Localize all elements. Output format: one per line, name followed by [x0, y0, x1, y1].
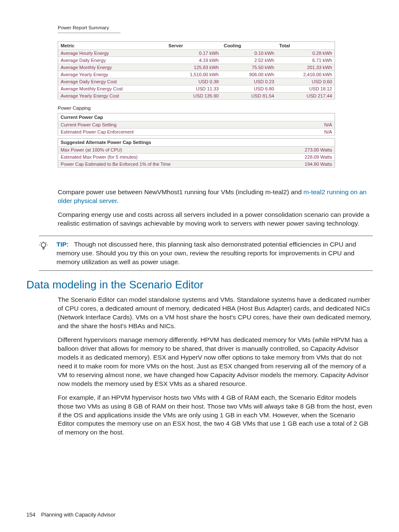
table-row: Estimated Max Power (for 5 minutes)228.0… — [58, 154, 335, 161]
col-cooling: Cooling — [221, 42, 276, 50]
table-row: Average Yearly Energy CostUSD 135.90USD … — [58, 93, 335, 100]
section-heading: Data modeling in the Scenario Editor — [26, 278, 373, 291]
suggested-cap-header: Suggested Alternate Power Cap Settings — [58, 139, 294, 146]
metric-table: Metric Server Cooling Total Average Hour… — [58, 41, 335, 100]
page-number: 154 — [26, 511, 36, 518]
paragraph: Compare power use between NewVMhost1 run… — [58, 188, 373, 206]
power-capping-label: Power Capping — [58, 105, 335, 111]
tip-block: TIP: Though not discussed here, this pla… — [39, 236, 373, 271]
table-row: Average Monthly Energy CostUSD 11.33USD … — [58, 85, 335, 93]
chapter-title: Planning with Capacity Advisor — [41, 511, 115, 518]
col-metric: Metric — [58, 42, 166, 50]
paragraph: Different hypervisors manage memory diff… — [58, 336, 373, 388]
suggested-cap-table: Suggested Alternate Power Cap Settings M… — [58, 138, 335, 168]
tip-text: TIP: Though not discussed here, this pla… — [56, 240, 373, 267]
table-row: Estimated Power Cap EnforcementN/A — [58, 129, 335, 136]
table-row: Power Cap Estimated to Be Enforced 1% of… — [58, 161, 335, 168]
paragraph: The Scenario Editor can model standalone… — [58, 296, 373, 331]
current-cap-header: Current Power Cap — [58, 113, 294, 121]
table-row: Current Power Cap SettingN/A — [58, 121, 335, 129]
tip-icon — [39, 240, 51, 267]
svg-point-0 — [41, 242, 46, 247]
divider — [58, 33, 120, 33]
paragraph: For example, if an HPVM hypervisor hosts… — [58, 393, 373, 437]
col-total: Total — [276, 42, 335, 50]
table-row: Average Daily Energy4.19 kWh2.52 kWh6.71… — [58, 57, 335, 64]
table-row: Average Hourly Energy0.17 kWh0.10 kWh0.2… — [58, 50, 335, 57]
tip-label: TIP: — [56, 241, 69, 248]
page-footer: 154 Planning with Capacity Advisor — [26, 511, 115, 518]
body-text-block: Compare power use between NewVMhost1 run… — [58, 188, 373, 228]
table-row: Average Monthly Energy125.83 kWh75.50 kW… — [58, 64, 335, 71]
table-row: Average Yearly Energy1,510.00 kWh906.00 … — [58, 71, 335, 78]
power-report-summary: Power Report Summary Metric Server Cooli… — [58, 25, 335, 168]
paragraph: Comparing energy use and costs across al… — [58, 211, 373, 228]
col-server: Server — [166, 42, 221, 50]
table-row: Average Daily Energy CostUSD 0.38USD 0.2… — [58, 78, 335, 85]
section-body: The Scenario Editor can model standalone… — [58, 296, 373, 437]
table-row: Max Power (at 100% of CPU)273.00 Watts — [58, 146, 335, 154]
current-cap-table: Current Power Cap Current Power Cap Sett… — [58, 113, 335, 136]
report-title: Power Report Summary — [58, 25, 335, 33]
